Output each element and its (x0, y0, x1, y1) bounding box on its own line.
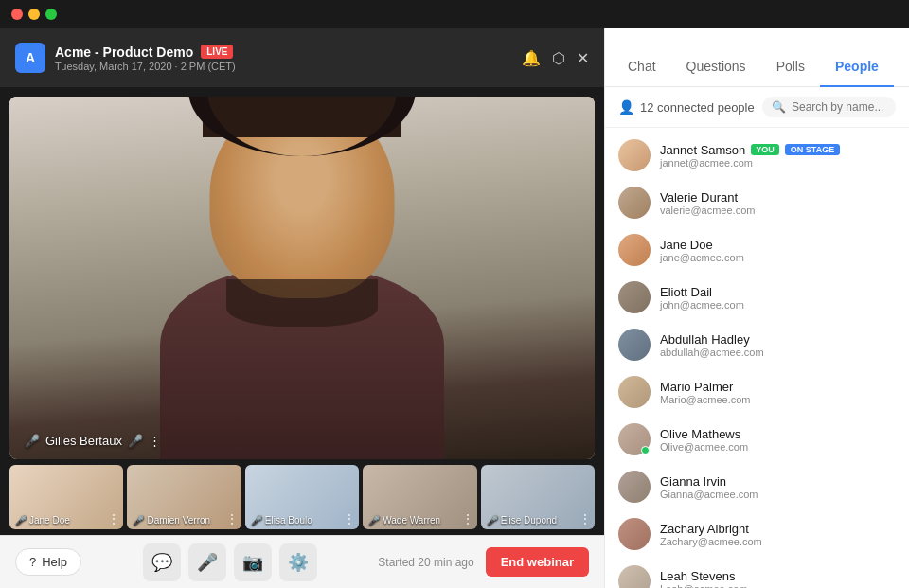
person-row[interactable]: Gianna IrvinGianna@acmee.com (605, 463, 909, 510)
person-row[interactable]: Olive MathewsOlive@acmee.com (605, 416, 909, 463)
maximize-dot[interactable] (45, 9, 57, 20)
tabs-row: Chat Questions Polls People (605, 28, 909, 87)
chat-control-button[interactable]: 💬 (143, 543, 181, 581)
people-header: 👤 12 connected people 🔍 (605, 87, 909, 128)
person-avatar (618, 187, 651, 219)
people-count: 👤 12 connected people (618, 99, 755, 115)
help-button[interactable]: ? Help (15, 548, 81, 576)
person-avatar (618, 471, 651, 503)
person-row[interactable]: Leah StevensLeah@acmee.com (605, 558, 909, 588)
person-avatar (618, 518, 651, 550)
person-info: Gianna IrvinGianna@acmee.com (660, 474, 896, 500)
title-bar (0, 0, 909, 28)
header-bar: A Acme - Product Demo LIVE Tuesday, Marc… (0, 28, 604, 87)
thumb-damien[interactable]: 🎤Damien Verron ⋮ (127, 465, 241, 529)
header-info: Acme - Product Demo LIVE Tuesday, March … (55, 45, 512, 72)
person-name: Mario Palmer (660, 380, 896, 394)
person-email: Olive@acmee.com (660, 441, 896, 453)
person-avatar (618, 281, 651, 313)
tab-questions[interactable]: Questions (671, 47, 761, 87)
mic-icon: 🎤 (25, 434, 40, 448)
person-name: Jannet SamsonYOUON STAGE (660, 143, 896, 157)
controls-center: 💬 🎤 📷 ⚙️ (143, 543, 317, 581)
thumb-dots-wade[interactable]: ⋮ (462, 512, 473, 526)
person-row[interactable]: Abdullah Hadleyabdullah@acmee.com (605, 321, 909, 368)
person-info: Eliott Dailjohn@acmee.com (660, 285, 896, 311)
person-email: john@acmee.com (660, 299, 896, 311)
close-icon[interactable]: ✕ (577, 49, 589, 67)
person-avatar (618, 565, 651, 588)
person-email: Leah@acmee.com (660, 583, 896, 589)
person-email: Gianna@acmee.com (660, 489, 896, 500)
mic-control-button[interactable]: 🎤 (188, 543, 226, 581)
onstage-badge: ON STAGE (785, 144, 840, 155)
person-email: Zachary@acmee.com (660, 536, 896, 547)
video-background (9, 97, 595, 459)
controls-bar: ? Help 💬 🎤 📷 ⚙️ Started 20 min ago End w… (0, 535, 604, 588)
person-info: Jane Doejane@acmee.com (660, 238, 896, 263)
search-input[interactable] (792, 100, 886, 114)
live-badge: LIVE (201, 45, 233, 59)
person-name: Abdullah Hadley (660, 332, 896, 347)
person-info: Valerie Durantvalerie@acmee.com (660, 190, 896, 216)
tab-polls[interactable]: Polls (761, 47, 820, 87)
minimize-dot[interactable] (28, 9, 40, 20)
thumbnail-strip: 🎤Jane Doe ⋮ 🎤Damien Verron ⋮ 🎤Elisa Boul… (0, 459, 604, 535)
thumb-wade[interactable]: 🎤Wade Warren ⋮ (363, 465, 476, 529)
thumb-label-wade: 🎤Wade Warren (368, 515, 440, 526)
camera-icon: 📷 (242, 552, 263, 573)
exit-icon[interactable]: ⬡ (552, 49, 565, 67)
end-webinar-button[interactable]: End webinar (486, 547, 589, 577)
settings-control-button[interactable]: ⚙️ (279, 543, 317, 581)
search-icon: 🔍 (772, 100, 786, 114)
person-info: Zachary AlbrightZachary@acmee.com (660, 522, 896, 547)
person-name: Olive Mathews (660, 427, 896, 441)
person-name: Zachary Albright (660, 522, 896, 536)
person-row[interactable]: Valerie Durantvalerie@acmee.com (605, 179, 909, 226)
person-beard (226, 279, 378, 327)
tab-chat[interactable]: Chat (613, 47, 671, 87)
thumb-label-elise: 🎤Elise Dupond (487, 515, 557, 526)
thumb-elise[interactable]: 🎤Elise Dupond ⋮ (481, 465, 595, 529)
chat-bubble-icon: 💬 (152, 552, 172, 573)
more-options-icon[interactable]: ⋮ (149, 434, 161, 448)
search-box[interactable]: 🔍 (762, 97, 896, 117)
person-avatar (618, 139, 651, 171)
person-row[interactable]: Mario PalmerMario@acmee.com (605, 368, 909, 416)
person-row[interactable]: Jannet SamsonYOUON STAGEjannet@acmee.com (605, 132, 909, 179)
thumb-dots-elisa[interactable]: ⋮ (344, 512, 355, 526)
person-info: Olive MathewsOlive@acmee.com (660, 427, 896, 453)
online-dot (641, 446, 650, 454)
thumb-dots-jane[interactable]: ⋮ (108, 512, 119, 526)
person-name: Jane Doe (660, 238, 896, 252)
bell-icon[interactable]: 🔔 (522, 49, 541, 67)
thumb-jane-doe[interactable]: 🎤Jane Doe ⋮ (9, 465, 123, 529)
person-email: jannet@acmee.com (660, 157, 896, 169)
header-actions: 🔔 ⬡ ✕ (522, 49, 589, 67)
thumb-label-jane: 🎤Jane Doe (15, 515, 70, 526)
window-controls (11, 9, 57, 20)
thumb-dots-elise[interactable]: ⋮ (579, 512, 591, 526)
video-panel: A Acme - Product Demo LIVE Tuesday, Marc… (0, 28, 604, 588)
close-dot[interactable] (11, 9, 23, 20)
people-icon: 👤 (618, 99, 634, 115)
thumb-elisa[interactable]: 🎤Elisa Boulo ⋮ (245, 465, 359, 529)
person-name: Leah Stevens (660, 569, 896, 583)
webinar-title: Acme - Product Demo LIVE (55, 45, 512, 60)
person-row[interactable]: Eliott Dailjohn@acmee.com (605, 274, 909, 321)
app-avatar: A (15, 43, 45, 73)
person-avatar (618, 376, 651, 408)
person-avatar (618, 329, 651, 361)
thumb-dots-damien[interactable]: ⋮ (226, 512, 238, 526)
person-email: jane@acmee.com (660, 252, 896, 263)
person-info: Leah StevensLeah@acmee.com (660, 569, 896, 589)
person-row[interactable]: Zachary AlbrightZachary@acmee.com (605, 510, 909, 558)
person-row[interactable]: Jane Doejane@acmee.com (605, 226, 909, 274)
tab-people[interactable]: People (820, 47, 894, 87)
right-panel: Chat Questions Polls People 👤 12 connect… (604, 28, 909, 588)
camera-control-button[interactable]: 📷 (234, 543, 272, 581)
speaker-label: 🎤 Gilles Bertaux 🎤 ⋮ (25, 434, 161, 448)
thumb-label-elisa: 🎤Elisa Boulo (251, 515, 312, 526)
you-badge: YOU (751, 144, 779, 155)
person-email: abdullah@acmee.com (660, 347, 896, 358)
